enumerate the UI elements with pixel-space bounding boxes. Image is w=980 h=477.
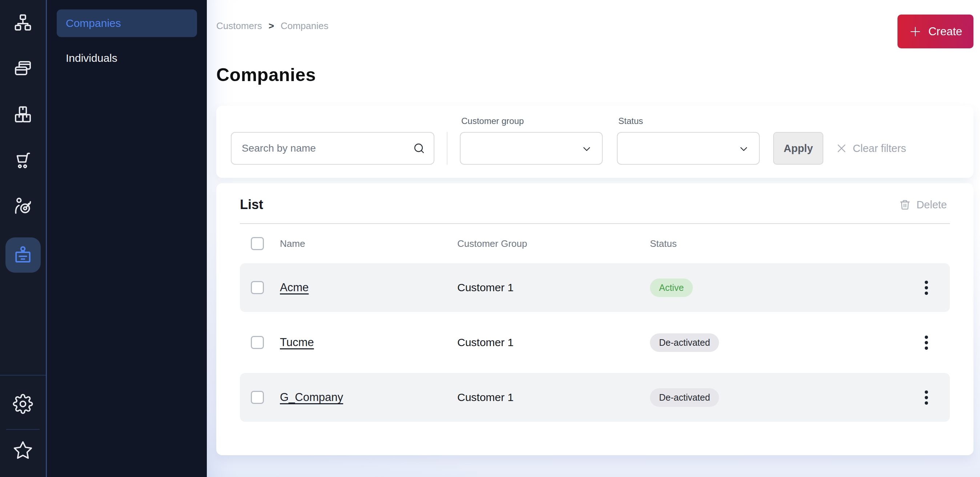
create-button[interactable]: Create bbox=[897, 14, 974, 48]
company-name-link[interactable]: Tucme bbox=[280, 336, 457, 349]
nav-hierarchy-button[interactable] bbox=[0, 12, 46, 33]
nav-favorites-button[interactable] bbox=[0, 440, 46, 461]
rail-divider bbox=[0, 375, 46, 375]
rail-divider-inset bbox=[6, 429, 40, 430]
customer-group-cell: Customer 1 bbox=[457, 391, 650, 404]
list-title: List bbox=[240, 197, 263, 212]
sidebar-item-label: Individuals bbox=[66, 52, 118, 64]
sidebar-item-label: Companies bbox=[66, 17, 121, 29]
row-checkbox[interactable] bbox=[251, 281, 264, 294]
filter-divider bbox=[447, 132, 447, 165]
delete-button-label: Delete bbox=[916, 199, 947, 211]
row-actions-kebab[interactable] bbox=[923, 278, 930, 297]
cart-icon bbox=[13, 150, 33, 170]
company-name-link[interactable]: Acme bbox=[280, 281, 457, 294]
breadcrumb: Customers > Companies bbox=[216, 21, 328, 32]
chevron-down-icon bbox=[581, 143, 592, 155]
gear-icon bbox=[13, 394, 33, 414]
close-icon bbox=[836, 143, 847, 154]
nav-products-button[interactable] bbox=[0, 104, 46, 124]
apply-button[interactable]: Apply bbox=[773, 132, 823, 165]
nav-cart-button[interactable] bbox=[0, 150, 46, 170]
table-header-row: Name Customer Group Status bbox=[240, 224, 950, 263]
status-badge: De-activated bbox=[650, 333, 719, 352]
row-checkbox[interactable] bbox=[251, 391, 264, 404]
clear-filters-button[interactable]: Clear filters bbox=[836, 132, 906, 165]
status-label: Status bbox=[617, 116, 760, 126]
sidebar-item-companies[interactable]: Companies bbox=[57, 10, 197, 37]
table-row: Tucme Customer 1 De-activated bbox=[240, 318, 950, 367]
filters-panel: Customer group Status Apply Clear fil bbox=[216, 106, 974, 178]
rail-bottom-section bbox=[0, 375, 46, 477]
chevron-down-icon bbox=[738, 143, 749, 155]
customer-group-select[interactable] bbox=[460, 132, 603, 165]
main-content: Customers > Companies Create Companies C… bbox=[207, 0, 980, 477]
column-header-name: Name bbox=[280, 238, 457, 250]
customer-group-cell: Customer 1 bbox=[457, 336, 650, 349]
breadcrumb-companies[interactable]: Companies bbox=[281, 21, 329, 32]
row-actions-kebab[interactable] bbox=[923, 333, 930, 352]
page-title: Companies bbox=[216, 64, 974, 86]
payments-icon bbox=[13, 58, 33, 78]
column-header-status: Status bbox=[650, 238, 913, 250]
clear-filters-label: Clear filters bbox=[853, 143, 906, 154]
search-input[interactable] bbox=[231, 132, 434, 165]
search-wrap bbox=[231, 132, 434, 165]
nav-payments-button[interactable] bbox=[0, 58, 46, 78]
customer-group-filter: Customer group bbox=[460, 116, 603, 165]
customers-icon bbox=[12, 244, 34, 266]
delete-button[interactable]: Delete bbox=[899, 199, 947, 211]
company-name-link[interactable]: G_Company bbox=[280, 391, 457, 404]
list-header: List Delete bbox=[240, 197, 950, 212]
customer-group-cell: Customer 1 bbox=[457, 281, 650, 294]
select-all-checkbox[interactable] bbox=[251, 237, 264, 250]
table-row: Acme Customer 1 Active bbox=[240, 263, 950, 312]
star-icon bbox=[13, 440, 33, 461]
products-icon bbox=[13, 104, 33, 124]
nav-customers-button-active[interactable] bbox=[5, 237, 41, 273]
trash-icon bbox=[899, 199, 911, 211]
sidebar: Companies Individuals bbox=[47, 0, 207, 477]
status-filter: Status bbox=[617, 116, 760, 165]
plus-icon bbox=[909, 25, 922, 38]
topbar: Customers > Companies Create bbox=[216, 14, 974, 48]
nav-settings-button[interactable] bbox=[0, 394, 46, 414]
segments-icon bbox=[13, 196, 33, 216]
status-badge: De-activated bbox=[650, 388, 719, 407]
icon-rail bbox=[0, 0, 47, 477]
search-icon bbox=[412, 142, 426, 155]
status-badge: Active bbox=[650, 278, 693, 297]
column-header-customer-group: Customer Group bbox=[457, 238, 650, 250]
create-button-label: Create bbox=[928, 25, 962, 38]
row-actions-kebab[interactable] bbox=[923, 388, 930, 407]
status-select[interactable] bbox=[617, 132, 760, 165]
sidebar-item-individuals[interactable]: Individuals bbox=[47, 45, 207, 72]
hierarchy-icon bbox=[13, 12, 33, 33]
list-panel: List Delete Name Customer Group Status A… bbox=[216, 183, 974, 455]
customer-group-label: Customer group bbox=[460, 116, 603, 126]
row-checkbox[interactable] bbox=[251, 336, 264, 349]
breadcrumb-separator: > bbox=[269, 21, 274, 32]
table-row: G_Company Customer 1 De-activated bbox=[240, 373, 950, 422]
breadcrumb-customers[interactable]: Customers bbox=[216, 21, 262, 32]
nav-segments-button[interactable] bbox=[0, 196, 46, 216]
